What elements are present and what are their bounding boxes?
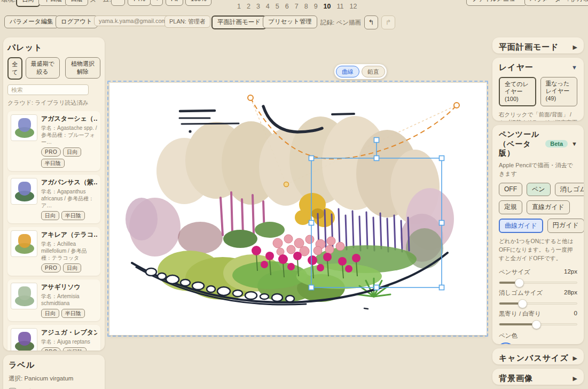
plant-tags: PRO日向 xyxy=(41,263,97,273)
plant-list: アガスターシェ（… 学名：Agastache spp. / 参考品種：ブルーフォ… xyxy=(7,111,100,351)
plant-thumbnail xyxy=(11,178,37,205)
page-number-12[interactable]: 12 xyxy=(349,3,357,10)
plan-mode-panel[interactable]: 平面計画モード ▶ xyxy=(492,37,584,53)
layers-title: レイヤー xyxy=(499,63,571,73)
curve-mode-button[interactable]: 曲線 xyxy=(336,66,359,77)
env-sun-button[interactable]: 日向 xyxy=(16,0,40,7)
zoom-100-button[interactable]: 100% xyxy=(185,0,211,6)
selection-handle[interactable] xyxy=(440,221,444,225)
plant-tags: 日向半日陰 xyxy=(41,309,97,318)
plant-scientific-name: 学名：Agapanthus africanus / 参考品種：ア… xyxy=(41,188,97,209)
curve-endpoint-handle[interactable] xyxy=(454,103,459,108)
plant-tag-半日陰: 半日陰 xyxy=(63,347,87,351)
plant-scientific-name: 学名：Achillea millefolium / 参考品種：テラコッタ xyxy=(41,240,97,261)
zoom-out-button[interactable]: − xyxy=(111,0,125,6)
page-number-6[interactable]: 6 xyxy=(285,3,289,10)
undo-icon: ↰ xyxy=(369,18,374,26)
eraser-size-slider[interactable] xyxy=(499,302,577,305)
pen-button[interactable]: ペン xyxy=(527,183,551,197)
plant-tag-PRO: PRO xyxy=(41,147,61,157)
selection-handle[interactable] xyxy=(374,156,379,161)
left-sidebar: パレット 全て 最盛期で絞る 植物選択解除 クラウド: ライブラリ読込済み アガ… xyxy=(0,33,107,389)
plant-name: アガパンサス（紫… xyxy=(41,178,97,187)
undo-button[interactable]: ↰ xyxy=(364,15,378,29)
selection-handle[interactable] xyxy=(374,285,379,290)
selection-handle[interactable] xyxy=(440,156,444,161)
cloud-status: クラウド: ライブラリ読込済み xyxy=(7,99,100,107)
chevron-right-icon: ▶ xyxy=(573,44,577,51)
page-number-8[interactable]: 8 xyxy=(304,3,308,10)
top-toolbar: 環境: 日向 半日陰 日陰 ズーム: − 74% + Fit 100% ファイル… xyxy=(0,0,588,33)
logout-button[interactable]: ログアウト xyxy=(56,15,98,28)
pen-color-label: ペン色 xyxy=(499,332,577,340)
plant-thumbnail xyxy=(11,283,37,309)
palette-panel: パレット 全て 最盛期で絞る 植物選択解除 クラウド: ライブラリ読込済み アガ… xyxy=(3,37,105,351)
plant-tag-PRO: PRO xyxy=(41,347,61,351)
page-number-3[interactable]: 3 xyxy=(256,3,260,10)
plant-tags: PRO日向半日陰 xyxy=(41,147,97,168)
preset-manage-button[interactable]: プリセット管理 xyxy=(263,15,317,28)
plant-card[interactable]: アジュガ・レプタン… 学名：Ajuga reptans PRO半日陰 xyxy=(7,325,100,351)
palette-search-input[interactable] xyxy=(7,84,89,95)
selection-rotate-handle[interactable] xyxy=(374,138,379,143)
all-layers-button[interactable]: 全てのレイヤー (100) xyxy=(499,77,536,106)
chevron-down-icon[interactable]: ▼ xyxy=(571,64,577,71)
canvas-size-panel[interactable]: キャンバスサイズ ▶ xyxy=(492,348,584,364)
file-menu-button[interactable]: ファイルメニュー xyxy=(466,0,527,6)
page-number-10[interactable]: 10 xyxy=(324,3,331,10)
env-halfshade-button[interactable]: 半日陰 xyxy=(38,0,68,6)
background-image-panel[interactable]: 背景画像 ▶ xyxy=(492,369,584,385)
canvas-size-title: キャンバスサイズ xyxy=(499,353,573,363)
plant-card[interactable]: アガスターシェ（… 学名：Agastache spp. / 参考品種：ブルーフォ… xyxy=(7,111,100,171)
deselect-plants-button[interactable]: 植物選択解除 xyxy=(65,57,100,79)
chevron-down-icon[interactable]: ▼ xyxy=(571,141,577,147)
page-number-9[interactable]: 9 xyxy=(314,3,318,10)
chevron-right-icon: ▶ xyxy=(573,375,577,382)
pen-off-button[interactable]: OFF xyxy=(499,183,522,197)
page-number-11[interactable]: 11 xyxy=(336,3,343,10)
plant-card[interactable]: アサギリソウ 学名：Artemisia schmidtiana 日向半日陰 xyxy=(7,279,100,321)
plant-tag-半日陰: 半日陰 xyxy=(61,211,85,220)
plant-card[interactable]: アガパンサス（紫… 学名：Agapanthus africanus / 参考品種… xyxy=(7,175,100,223)
record-status: 記録: ペン描画 xyxy=(320,19,361,27)
env-shade-button[interactable]: 日陰 xyxy=(65,0,88,6)
selection-handle[interactable] xyxy=(440,285,444,290)
curve-guide-button[interactable]: 曲線ガイド xyxy=(499,219,543,234)
circle-guide-button[interactable]: 円ガイド xyxy=(547,219,584,234)
plant-thumbnail xyxy=(11,328,37,351)
parameter-city-button[interactable]: パラメーター: 伊丹市 xyxy=(524,0,588,6)
ruler-button[interactable]: 定規 xyxy=(499,200,522,214)
label-panel: ラベル 選択: Panicum virgatum 常時表示 xyxy=(3,355,105,389)
page-number-5[interactable]: 5 xyxy=(276,3,279,10)
selection-handle[interactable] xyxy=(309,156,314,161)
overlapping-layers-button[interactable]: 重なったレイヤー (49) xyxy=(540,77,577,106)
page-number-4[interactable]: 4 xyxy=(266,3,270,10)
guide-help-text: どれか1つをONにすると他はOFFになります。もう一度押すと全ガイドOFFです。 xyxy=(499,237,577,262)
fit-button[interactable]: Fit xyxy=(166,0,183,6)
plant-name: アキレア（テラコ… xyxy=(41,230,97,239)
selection-handle[interactable] xyxy=(309,285,314,290)
line-guide-button[interactable]: 直線ガイド xyxy=(527,200,570,214)
filter-all-button[interactable]: 全て xyxy=(7,57,22,80)
redo-button[interactable]: ↱ xyxy=(381,15,395,29)
design-canvas[interactable] xyxy=(109,83,487,335)
curve-midpoint-handle[interactable] xyxy=(284,182,289,187)
redo-icon: ↱ xyxy=(386,18,391,26)
vertical-mode-button[interactable]: 鉛直 xyxy=(362,66,385,77)
plant-card[interactable]: アキレア（テラコ… 学名：Achillea millefolium / 参考品種… xyxy=(7,227,100,276)
tone-slider[interactable] xyxy=(499,323,577,325)
tone-label: 黒寄り / 白寄り xyxy=(499,310,541,318)
parameter-edit-button[interactable]: パラメータ編集 xyxy=(4,15,59,28)
pen-size-slider[interactable] xyxy=(499,282,577,284)
curve-endpoint-handle[interactable] xyxy=(248,95,253,100)
page-number-1[interactable]: 1 xyxy=(237,3,241,10)
garden-illustration xyxy=(126,116,454,305)
plan-mode-button[interactable]: 平面計画モード xyxy=(211,15,266,29)
filter-peak-button[interactable]: 最盛期で絞る xyxy=(26,57,60,79)
zoom-in-button[interactable]: + xyxy=(150,0,163,6)
selection-handle[interactable] xyxy=(309,221,314,225)
plant-tag-日向: 日向 xyxy=(63,147,81,157)
page-number-2[interactable]: 2 xyxy=(247,3,250,10)
page-number-7[interactable]: 7 xyxy=(295,3,299,10)
eraser-button[interactable]: 消しゴム xyxy=(555,183,584,197)
